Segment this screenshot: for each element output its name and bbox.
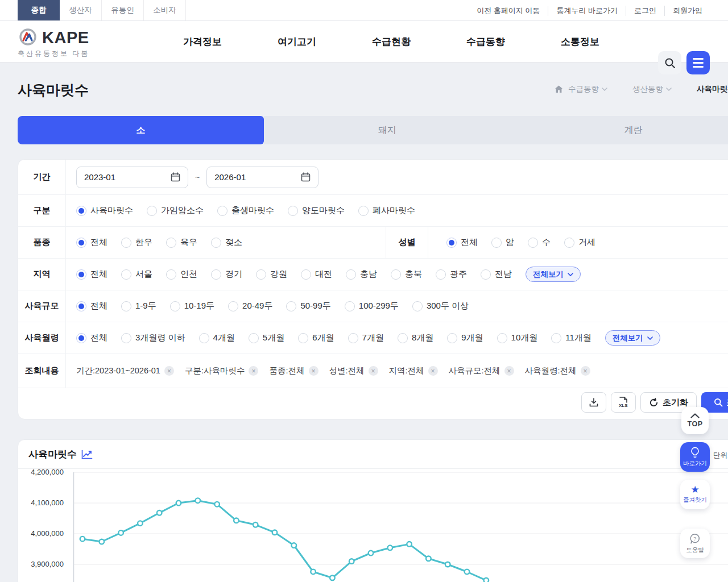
- radio-option[interactable]: 서울: [121, 269, 152, 280]
- radio-input[interactable]: [76, 238, 86, 248]
- radio-input[interactable]: [76, 269, 86, 280]
- radio-option[interactable]: 9개월: [447, 332, 483, 343]
- radio-option[interactable]: 대전: [301, 269, 332, 280]
- radio-option[interactable]: 10-19두: [170, 301, 214, 311]
- radio-option[interactable]: 전남: [481, 269, 512, 280]
- radio-option[interactable]: 전체: [76, 237, 107, 248]
- radio-input[interactable]: [398, 333, 408, 343]
- radio-input[interactable]: [147, 206, 157, 216]
- remove-chip-icon[interactable]: ×: [249, 366, 258, 376]
- date-from-input[interactable]: 2023-01: [76, 167, 188, 188]
- tab-pig[interactable]: 돼지: [264, 116, 510, 144]
- tab-egg[interactable]: 계란: [510, 116, 728, 144]
- radio-option[interactable]: 6개월: [298, 332, 334, 343]
- radio-input[interactable]: [436, 269, 446, 280]
- radio-option[interactable]: 수: [528, 237, 551, 248]
- radio-input[interactable]: [447, 333, 457, 343]
- radio-input[interactable]: [249, 333, 259, 343]
- radio-input[interactable]: [211, 269, 221, 280]
- radio-option[interactable]: 5개월: [249, 332, 284, 343]
- radio-input[interactable]: [121, 238, 131, 248]
- radio-option[interactable]: 젖소: [211, 237, 242, 248]
- radio-input[interactable]: [481, 269, 491, 280]
- radio-input[interactable]: [166, 269, 176, 280]
- nav-supply-status[interactable]: 수급현황: [372, 35, 411, 48]
- date-to-input[interactable]: 2026-01: [206, 167, 318, 188]
- scroll-to-top-button[interactable]: TOP: [681, 407, 709, 434]
- radio-input[interactable]: [166, 238, 176, 248]
- link-previous-homepage[interactable]: 이전 홈페이지 이동: [469, 6, 548, 16]
- radio-input[interactable]: [170, 301, 180, 311]
- radio-input[interactable]: [228, 301, 238, 311]
- radio-option[interactable]: 10개월: [497, 332, 538, 343]
- radio-input[interactable]: [298, 333, 308, 343]
- nav-supply-trend[interactable]: 수급동향: [466, 35, 505, 48]
- radio-option[interactable]: 육우: [166, 237, 197, 248]
- favorites-button[interactable]: ★ 즐겨찾기: [680, 480, 710, 509]
- radio-option[interactable]: 3개월령 이하: [121, 332, 185, 343]
- radio-input[interactable]: [76, 301, 86, 311]
- remove-chip-icon[interactable]: ×: [428, 366, 438, 376]
- radio-option[interactable]: 전체: [76, 332, 107, 343]
- radio-input[interactable]: [76, 333, 86, 343]
- radio-option[interactable]: 충남: [346, 269, 377, 280]
- help-button[interactable]: ? 도움말: [680, 529, 710, 558]
- radio-option[interactable]: 거세: [564, 237, 595, 248]
- radio-input[interactable]: [217, 206, 228, 216]
- radio-input[interactable]: [256, 269, 266, 280]
- radio-option[interactable]: 폐사마릿수: [358, 205, 415, 216]
- radio-option[interactable]: 전체: [446, 237, 478, 248]
- radio-input[interactable]: [121, 333, 131, 343]
- tab-cattle[interactable]: 소: [18, 116, 264, 144]
- region-view-all-button[interactable]: 전체보기: [526, 267, 581, 282]
- radio-option[interactable]: 전체: [76, 269, 107, 280]
- nav-price-info[interactable]: 가격정보: [183, 35, 222, 48]
- radio-input[interactable]: [391, 269, 401, 280]
- home-icon[interactable]: [555, 85, 563, 93]
- radio-input[interactable]: [564, 238, 574, 248]
- radio-option[interactable]: 인천: [166, 269, 197, 280]
- radio-input[interactable]: [551, 333, 561, 343]
- nav-communication[interactable]: 소통정보: [561, 35, 599, 48]
- xls-export-button[interactable]: XLS: [611, 392, 636, 413]
- radio-input[interactable]: [491, 238, 502, 248]
- radio-option[interactable]: 출생마릿수: [217, 205, 274, 216]
- radio-input[interactable]: [286, 301, 296, 311]
- remove-chip-icon[interactable]: ×: [504, 366, 514, 376]
- remove-chip-icon[interactable]: ×: [164, 366, 174, 376]
- radio-input[interactable]: [346, 269, 356, 280]
- utility-tab-producer[interactable]: 생산자: [60, 0, 102, 20]
- radio-option[interactable]: 50-99두: [286, 301, 330, 311]
- radio-option[interactable]: 11개월: [551, 332, 592, 343]
- breadcrumb-supply-trend[interactable]: 수급동향: [568, 84, 607, 94]
- radio-option[interactable]: 광주: [436, 269, 467, 280]
- utility-tab-distributor[interactable]: 유통인: [102, 0, 144, 20]
- radio-option[interactable]: 양도마릿수: [288, 205, 345, 216]
- radio-option[interactable]: 100-299두: [345, 301, 399, 311]
- kape-logo[interactable]: KAPE 축산유통정보 다봄: [18, 27, 89, 59]
- remove-chip-icon[interactable]: ×: [369, 366, 378, 376]
- shortcut-button[interactable]: 바로가기: [680, 442, 710, 472]
- radio-option[interactable]: 300두 이상: [412, 301, 469, 311]
- radio-input[interactable]: [301, 269, 311, 280]
- radio-input[interactable]: [358, 206, 369, 216]
- radio-input[interactable]: [497, 333, 507, 343]
- radio-option[interactable]: 암: [491, 237, 514, 248]
- breadcrumb-production-trend[interactable]: 생산동향: [632, 84, 672, 94]
- radio-option[interactable]: 전체: [76, 301, 107, 311]
- radio-input[interactable]: [288, 206, 298, 216]
- utility-tab-consumer[interactable]: 소비자: [144, 0, 186, 20]
- remove-chip-icon[interactable]: ×: [309, 366, 318, 376]
- radio-option[interactable]: 사육마릿수: [76, 205, 133, 216]
- link-signup[interactable]: 회원가입: [664, 6, 710, 16]
- download-button[interactable]: [581, 392, 606, 413]
- radio-input[interactable]: [412, 301, 423, 311]
- radio-input[interactable]: [199, 333, 209, 343]
- radio-option[interactable]: 한우: [121, 237, 152, 248]
- link-login[interactable]: 로그인: [626, 6, 664, 16]
- link-statistics-portal[interactable]: 통계누리 바로가기: [548, 6, 626, 16]
- radio-option[interactable]: 충북: [391, 269, 422, 280]
- age-view-all-button[interactable]: 전체보기: [605, 330, 660, 346]
- radio-option[interactable]: 1-9두: [121, 301, 156, 311]
- radio-option[interactable]: 강원: [256, 269, 287, 280]
